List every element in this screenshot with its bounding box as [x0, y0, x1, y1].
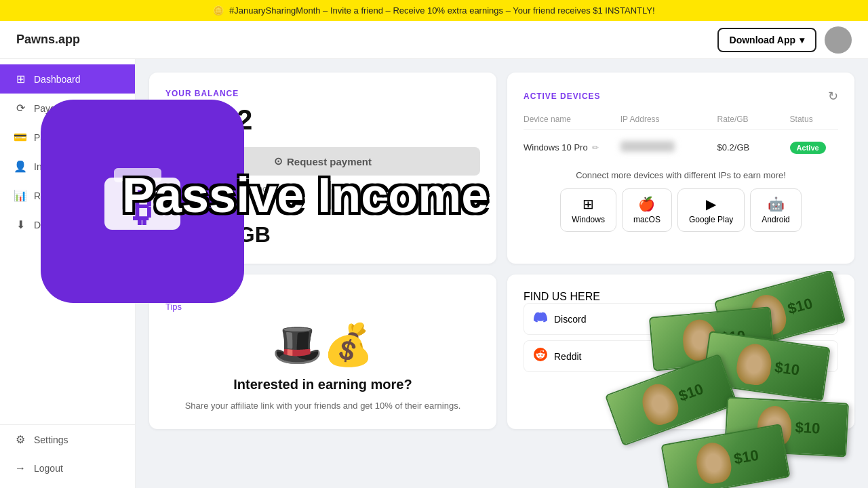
svg-text:₿: ₿ — [133, 186, 152, 228]
devices-card: ACTIVE DEVICES ↻ Device name IP Address … — [507, 73, 854, 264]
chevron-down-icon: ▾ — [800, 35, 804, 45]
invite-icon: 👤 — [14, 160, 27, 173]
earn-heading: Interested in earning more? — [165, 377, 480, 392]
col-rate: Rate/GB — [717, 115, 790, 124]
promo-banner: 🪙 #JanuarySharingMonth – Invite a friend… — [0, 0, 868, 21]
google-play-label: Google Play — [689, 215, 733, 224]
request-pay-label: Request payment — [287, 156, 372, 167]
app-icon-overlay: ₿ — [41, 100, 244, 303]
sidebar-label-dashboard: Dashboard — [34, 74, 81, 85]
history-icon: ⟳ — [14, 102, 27, 115]
google-play-button[interactable]: ▶ Google Play — [677, 188, 745, 232]
svg-rect-1 — [114, 168, 161, 182]
sidebar-bottom: ⚙ Settings → Logout — [0, 424, 135, 483]
windows-icon: ⊞ — [583, 196, 594, 212]
macos-label: macOS — [633, 215, 660, 224]
find-us-card: FIND US HERE Discord Reddit — [507, 274, 854, 429]
logout-icon: → — [14, 462, 27, 474]
logo: Pawns.app — [16, 33, 80, 47]
status-badge: Active — [790, 142, 826, 154]
edit-icon[interactable]: ✏ — [592, 143, 599, 152]
sidebar-item-dashboard[interactable]: ⊞ Dashboard — [0, 64, 135, 94]
request-pay-icon: ⊙ — [274, 155, 283, 167]
android-icon: 🤖 — [768, 196, 785, 212]
banner-text: #JanuarySharingMonth – Invite a friend –… — [229, 5, 654, 16]
dashboard-icon: ⊞ — [14, 73, 27, 85]
col-ip: IP Address — [620, 115, 717, 124]
settings-icon: ⚙ — [14, 433, 27, 446]
connect-more-text: Connect more devices with different IPs … — [524, 170, 838, 180]
device-name-text: Windows 10 Pro — [524, 142, 588, 152]
payment-icon: 💳 — [14, 131, 27, 144]
table-header: Device name IP Address Rate/GB Status — [524, 115, 838, 130]
coin-icon: 🪙 — [213, 5, 224, 16]
sidebar-item-logout[interactable]: → Logout — [0, 454, 135, 483]
col-device-name: Device name — [524, 115, 620, 124]
discord-item[interactable]: Discord — [524, 303, 838, 335]
reddit-icon — [534, 348, 547, 365]
sidebar: ⊞ Dashboard ⟳ Payout History 💳 Payment M… — [0, 59, 136, 488]
sidebar-item-settings[interactable]: ⚙ Settings — [0, 425, 135, 454]
google-play-icon: ▶ — [706, 196, 716, 212]
reddit-item[interactable]: Reddit — [524, 340, 838, 372]
col-status: Status — [790, 115, 838, 124]
stats-icon: 📊 — [14, 189, 27, 202]
sidebar-label-logout: Logout — [34, 463, 63, 474]
header-right: Download App ▾ — [717, 26, 852, 54]
rate-cell: $0.2/GB — [717, 142, 790, 152]
ip-blurred — [620, 141, 675, 152]
devices-title: ACTIVE DEVICES — [524, 92, 600, 101]
find-title: FIND US HERE — [524, 291, 838, 303]
refresh-button[interactable]: ↻ — [828, 89, 838, 104]
android-label: Android — [762, 215, 789, 224]
discord-label: Discord — [554, 314, 586, 325]
download-app-button[interactable]: Download App ▾ — [717, 28, 816, 52]
earn-illustration: 🎩💰 — [165, 321, 480, 369]
windows-label: Windows — [572, 215, 605, 224]
table-row: Windows 10 Pro ✏ $0.2/GB Active — [524, 136, 838, 159]
earn-description: Share your affiliate link with your frie… — [165, 399, 480, 413]
windows-button[interactable]: ⊞ Windows — [560, 188, 616, 232]
device-buttons: ⊞ Windows 🍎 macOS ▶ Google Play 🤖 Androi… — [524, 188, 838, 232]
device-name-cell: Windows 10 Pro ✏ — [524, 142, 620, 152]
tips-link[interactable]: Tips — [165, 302, 182, 312]
balance-label: YOUR BALANCE — [165, 89, 480, 98]
download-app-label: Download App — [730, 35, 795, 45]
header: Pawns.app Download App ▾ — [0, 21, 868, 59]
macos-button[interactable]: 🍎 macOS — [622, 188, 672, 232]
discord-icon — [534, 310, 547, 327]
ip-address-cell — [620, 141, 717, 154]
avatar[interactable] — [825, 26, 852, 54]
sidebar-label-settings: Settings — [34, 434, 68, 445]
android-button[interactable]: 🤖 Android — [750, 188, 801, 232]
download-icon: ⬇ — [14, 218, 27, 231]
main-content: YOUR BALANCE $1.412 ⊙ Request payment Th… — [136, 59, 868, 488]
status-cell: Active — [790, 142, 838, 152]
macos-icon: 🍎 — [638, 196, 655, 212]
devices-card-header: ACTIVE DEVICES ↻ — [524, 89, 838, 104]
reddit-label: Reddit — [554, 351, 581, 362]
pawn-logo-svg: ₿ — [95, 154, 190, 249]
